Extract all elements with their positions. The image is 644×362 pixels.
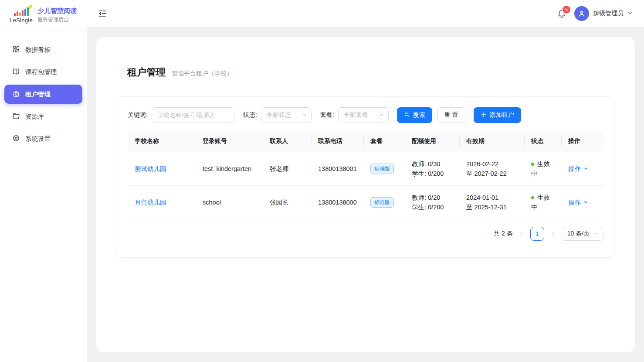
account-cell: test_kindergarten xyxy=(196,152,263,185)
table-header-row: 学校名称 登录账号 联系人 联系电话 套餐 配额使用 有效期 状态 操作 xyxy=(128,131,604,152)
col-status: 状态 xyxy=(524,131,561,152)
validity-cell: 2024-01-01 至 2025-12-31 xyxy=(459,185,524,219)
search-icon xyxy=(404,112,410,119)
phone-cell: 13800138000 xyxy=(311,185,363,219)
add-tenant-button[interactable]: 添加租户 xyxy=(474,107,521,123)
status-badge: 生效中 xyxy=(531,194,550,211)
col-phone: 联系电话 xyxy=(311,131,363,152)
package-select[interactable]: 全部套餐 xyxy=(338,107,389,123)
account-cell: school xyxy=(196,185,263,219)
school-name-link[interactable]: 测试幼儿园 xyxy=(135,165,166,172)
search-button[interactable]: 搜索 xyxy=(397,107,432,123)
sidebar-item-label: 系统设置 xyxy=(25,135,51,143)
brand-text: 少儿智慧阅读 服务管理后台 xyxy=(37,7,77,24)
sidebar-item-dashboard[interactable]: 数据看板 xyxy=(4,40,82,59)
filter-bar: 关键词: 状态: 全部状态 套餐: 全部套餐 xyxy=(128,107,603,123)
col-school: 学校名称 xyxy=(128,131,196,152)
page-size-value: 10 条/页 xyxy=(567,230,590,238)
chevron-down-icon xyxy=(627,10,633,17)
prev-page-icon[interactable] xyxy=(518,231,525,236)
col-package: 套餐 xyxy=(363,131,405,152)
notification-bell-icon[interactable]: 5 xyxy=(557,9,566,18)
status-cell: 生效中 xyxy=(524,185,561,219)
sidebar-item-label: 租户管理 xyxy=(25,90,51,99)
row-actions-dropdown[interactable]: 操作 xyxy=(568,198,588,207)
content-column: 5 超级管理员 租户管理 管理平台租户（学校） xyxy=(87,0,644,362)
phone-cell: 13800138001 xyxy=(311,152,363,185)
pagination-total: 共 2 条 xyxy=(494,230,513,238)
school-name-link[interactable]: 月亮幼儿园 xyxy=(135,199,166,206)
content-card: 租户管理 管理平台租户（学校） 关键词: 状态: 全部状态 xyxy=(96,37,635,352)
logo-text: LeSingle xyxy=(10,17,33,24)
chevron-down-icon xyxy=(379,112,384,119)
notification-badge: 5 xyxy=(563,6,570,14)
package-label: 套餐: xyxy=(320,111,334,119)
brand-title: 少儿智慧阅读 xyxy=(37,7,77,15)
page-size-select[interactable]: 10 条/页 xyxy=(562,227,603,241)
topbar-right: 5 超级管理员 xyxy=(557,6,633,21)
col-validity: 有效期 xyxy=(459,131,524,152)
quota-cell: 教师: 0/20 学生: 0/200 xyxy=(405,185,459,219)
chevron-down-icon xyxy=(583,164,588,174)
sidebar-item-label: 资源库 xyxy=(25,113,44,121)
sidebar-collapse-icon[interactable] xyxy=(98,9,107,18)
sidebar-item-label: 课程包管理 xyxy=(25,68,57,76)
page-number-button[interactable]: 1 xyxy=(530,227,544,241)
sidebar-item-settings[interactable]: 系统设置 xyxy=(4,129,82,148)
status-dot xyxy=(531,196,534,199)
contact-cell: 张老师 xyxy=(263,152,311,185)
col-account: 登录账号 xyxy=(196,131,263,152)
package-badge: 标准版 xyxy=(370,197,394,208)
sidebar-item-course-packages[interactable]: 课程包管理 xyxy=(4,62,82,82)
contact-cell: 张园长 xyxy=(263,185,311,219)
book-icon xyxy=(12,68,20,77)
gear-icon xyxy=(12,134,20,143)
col-actions: 操作 xyxy=(561,131,604,152)
page-head: 租户管理 管理平台租户（学校） xyxy=(127,66,614,79)
table-row: 测试幼儿园 test_kindergarten 张老师 13800138001 … xyxy=(128,152,604,185)
package-select-value: 全部套餐 xyxy=(344,111,368,119)
status-badge: 生效中 xyxy=(531,161,550,177)
main-area: 租户管理 管理平台租户（学校） 关键词: 状态: 全部状态 xyxy=(87,27,644,362)
status-select[interactable]: 全部状态 xyxy=(261,107,312,123)
validity-cell: 2026-02-22 至 2027-02-22 xyxy=(459,152,524,185)
lesingle-logo-icon: LeSingle xyxy=(10,7,33,24)
next-page-icon[interactable] xyxy=(549,231,556,236)
tenant-table: 学校名称 登录账号 联系人 联系电话 套餐 配额使用 有效期 状态 操作 xyxy=(128,131,604,219)
reset-button[interactable]: 重 置 xyxy=(437,107,465,123)
status-label: 状态: xyxy=(243,111,257,119)
topbar: 5 超级管理员 xyxy=(87,0,644,27)
building-icon xyxy=(12,90,20,99)
table-row: 月亮幼儿园 school 张园长 13800138000 标准版 教师: 0/2… xyxy=(128,185,604,219)
tenant-panel: 关键词: 状态: 全部状态 套餐: 全部套餐 xyxy=(117,96,614,258)
user-menu[interactable]: 超级管理员 xyxy=(574,6,633,21)
quota-cell: 教师: 0/30 学生: 0/200 xyxy=(405,152,459,185)
app-root: LeSingle 少儿智慧阅读 服务管理后台 数据看板 课程包管理 xyxy=(0,0,644,362)
status-dot xyxy=(531,163,534,166)
plus-icon xyxy=(481,112,487,119)
brand-logo: LeSingle 少儿智慧阅读 服务管理后台 xyxy=(0,0,87,31)
row-actions-dropdown[interactable]: 操作 xyxy=(568,164,588,174)
avatar xyxy=(574,6,589,21)
status-cell: 生效中 xyxy=(524,152,561,185)
keyword-input[interactable] xyxy=(152,107,234,123)
brand-subtitle: 服务管理后台 xyxy=(37,16,77,24)
username: 超级管理员 xyxy=(593,10,624,17)
page-subtitle: 管理平台租户（学校） xyxy=(172,70,233,78)
sidebar: LeSingle 少儿智慧阅读 服务管理后台 数据看板 课程包管理 xyxy=(0,0,87,362)
sidebar-item-label: 数据看板 xyxy=(25,46,51,54)
sidebar-item-tenants[interactable]: 租户管理 xyxy=(4,85,82,104)
keyword-label: 关键词: xyxy=(128,111,148,119)
chevron-down-icon xyxy=(583,198,588,207)
page-title: 租户管理 xyxy=(127,66,166,79)
col-contact: 联系人 xyxy=(263,131,311,152)
status-select-value: 全部状态 xyxy=(267,111,291,119)
sidebar-menu: 数据看板 课程包管理 租户管理 资源库 xyxy=(0,31,87,151)
dashboard-icon xyxy=(12,45,20,55)
col-quota: 配额使用 xyxy=(405,131,459,152)
chevron-down-icon xyxy=(302,112,307,119)
folder-icon xyxy=(12,112,20,121)
package-badge: 标准版 xyxy=(370,164,394,174)
pagination: 共 2 条 1 10 条/页 xyxy=(128,227,603,241)
sidebar-item-resources[interactable]: 资源库 xyxy=(4,107,82,126)
